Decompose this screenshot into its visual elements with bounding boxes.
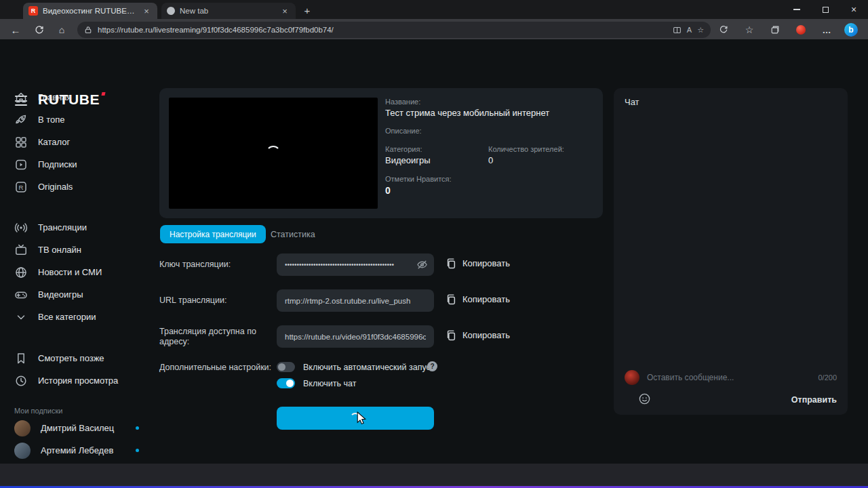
likes-value: 0 [385,185,589,196]
video-player[interactable] [169,98,378,209]
subscriptions-section-header: Мои подписки [14,407,146,415]
tab-stream-settings[interactable]: Настройка трансляции [160,225,266,243]
stream-url-label: URL трансляции: [159,296,276,306]
autostart-toggle[interactable] [277,362,295,372]
window-close-button[interactable]: × [840,0,868,19]
favorites-icon[interactable]: ☆ [741,22,758,38]
viewers-value: 0 [488,155,564,165]
eye-off-icon[interactable] [416,259,428,273]
copy-key-button[interactable]: Копировать [445,258,510,269]
favicon-letter: R [31,7,36,14]
likes-label: Отметки Нравится: [385,175,589,183]
start-stream-button[interactable] [277,407,434,430]
sidebar-item-subscriptions[interactable]: Подписки [0,153,146,176]
sidebar-label: Смотреть позже [38,353,104,363]
help-icon[interactable]: ? [427,361,437,371]
sidebar-label: Originals [38,182,73,192]
viewers-label: Количество зрителей: [488,145,564,153]
sidebar-item-trending[interactable]: В топе [0,108,146,131]
sidebar-item-catalog[interactable]: Каталог [0,131,146,153]
window-minimize-button[interactable] [783,0,811,19]
copy-icon [445,293,456,305]
home-icon [14,91,28,104]
tab-title: New tab [180,7,275,15]
sidebar-item-watch-later[interactable]: Смотреть позже [0,347,146,369]
originals-icon: R [14,180,28,194]
emoji-smiley-icon[interactable] [638,392,651,408]
home-button[interactable]: ⌂ [53,22,71,38]
stream-url-input[interactable] [277,289,434,312]
sidebar-item-all-categories[interactable]: Все категории [0,306,146,328]
copy-label: Копировать [462,330,510,340]
window-maximize-button[interactable] [811,0,840,19]
minimize-icon [793,9,800,10]
subscriptions-icon [14,158,28,171]
stream-key-label: Ключ трансляции: [159,260,276,270]
stream-info-card: Название: Тест стрима через мобильный ин… [159,88,603,218]
sidebar-item-broadcasts[interactable]: Трансляции [0,216,146,239]
sidebar-label: Главная [38,92,71,102]
enable-chat-toggle[interactable] [277,378,295,388]
copy-url-button[interactable]: Копировать [445,293,510,305]
sidebar-item-home[interactable]: Главная [0,86,146,108]
extension-red-icon[interactable] [792,22,810,38]
url-text: https://rutube.ru/livestreaming/91f0f3dc… [98,26,667,34]
tab-title: Видеохостинг RUTUBE. Смотри [43,7,136,15]
sidebar-label: Трансляции [38,222,87,232]
copy-address-button[interactable]: Копировать [445,329,510,341]
sidebar-spacer [0,328,146,347]
subscription-item[interactable]: Дмитрий Василец [0,417,146,439]
sidebar-label: Все категории [38,312,96,322]
chat-send-button[interactable]: Отправить [791,395,837,405]
sidebar: Главная В топе Каталог Подписки R Origin… [0,81,146,464]
collections-icon[interactable] [766,22,784,38]
back-button[interactable]: ← [7,22,24,38]
category-label: Категория: [385,145,488,153]
channel-avatar [14,443,31,459]
gamepad-icon [14,288,28,302]
button-spinner [350,413,361,424]
stream-description-label: Описание: [385,127,589,135]
windows-taskbar: Search b РУС 21:03 [0,464,868,488]
read-aloud-icon[interactable]: A [687,26,692,34]
sidebar-item-history[interactable]: История просмотра [0,369,146,392]
settings-ellipsis-icon[interactable]: … [818,22,835,38]
sidebar-item-tv-online[interactable]: ТВ онлайн [0,239,146,261]
sidebar-item-news[interactable]: Новости и СМИ [0,261,146,283]
chevron-down-icon [14,310,28,324]
browser-tab-new[interactable]: New tab × [161,3,296,19]
sidebar-label: Подписки [38,159,77,169]
address-bar[interactable]: https://rutube.ru/livestreaming/91f0f3dc… [77,22,711,38]
stream-address-label: Трансляция доступна по адресу: [159,327,276,347]
tab-close-icon[interactable]: × [141,5,152,16]
stream-key-input[interactable] [277,253,434,276]
sidebar-label: Новости и СМИ [38,267,102,277]
sync-icon[interactable] [715,22,732,38]
live-dot [136,449,139,452]
sidebar-item-videogames[interactable]: Видеоигры [0,283,146,306]
rutube-header: RUTUBE [0,39,868,81]
tab-statistics[interactable]: Статистика [271,230,315,239]
sidebar-item-originals[interactable]: R Originals [0,176,146,198]
bing-letter: b [848,25,853,35]
split-screen-icon[interactable] [673,26,682,35]
category-value: Видеоигры [385,155,488,165]
subscription-item[interactable]: Артемий Лебедев [0,439,146,462]
autostart-label: Включить автоматический запуск [303,363,434,372]
bing-chat-icon[interactable]: b [842,22,860,38]
chat-message-input[interactable] [647,373,810,382]
sidebar-spacer [0,198,146,216]
extension-badge [796,25,806,35]
stream-address-input[interactable] [277,325,434,348]
browser-tab-strip: R Видеохостинг RUTUBE. Смотри × New tab … [0,0,868,19]
svg-text:R: R [19,183,24,190]
refresh-button[interactable] [30,22,47,38]
add-favorite-icon[interactable]: ☆ [697,26,704,35]
history-clock-icon [14,374,28,388]
tab-close-icon[interactable]: × [279,5,290,16]
sidebar-label: ТВ онлайн [38,245,81,255]
enable-chat-label: Включить чат [303,379,356,388]
new-tab-button[interactable]: + [301,4,313,16]
browser-tab-rutube[interactable]: R Видеохостинг RUTUBE. Смотри × [23,3,157,19]
channel-name: Дмитрий Василец [41,423,114,433]
